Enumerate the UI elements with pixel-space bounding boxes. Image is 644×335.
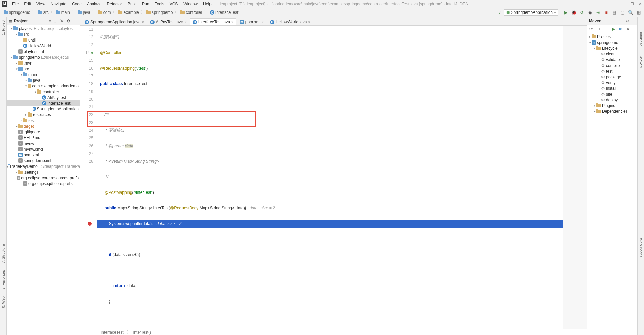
gutter-favorites[interactable]: 2: Favorites (1, 270, 5, 289)
menu-tools[interactable]: Tools (152, 1, 167, 7)
misc-button[interactable]: ▦ (636, 10, 641, 15)
editor-breadcrumb[interactable]: InterfaceTest〉interTest() (80, 329, 587, 335)
close-tab-icon[interactable]: × (185, 20, 187, 24)
project-tree[interactable]: ▾playtestE:\ideaproject\playtest▾srcunti… (7, 25, 80, 335)
editor-tab[interactable]: CInterfaceTest.java× (190, 18, 236, 25)
crumb[interactable]: java (77, 10, 91, 15)
crumb[interactable]: src (37, 10, 50, 15)
tree-row[interactable]: until (7, 37, 80, 43)
gutter-web[interactable]: 0: Web (1, 296, 5, 308)
tree-row[interactable]: ▾.settings (7, 169, 80, 175)
maven-tree-row[interactable]: ⚙deploy (587, 97, 637, 103)
breakpoint-icon[interactable] (88, 222, 92, 226)
gutter-webbeans[interactable]: Web Beans (639, 238, 643, 257)
crumb[interactable]: example (117, 10, 140, 15)
tree-row[interactable]: ▾java (7, 77, 80, 83)
tree-row[interactable]: ≡playtest.iml (7, 49, 80, 54)
coverage-button[interactable]: ⟳ (579, 10, 585, 15)
project-hide-icon[interactable]: — (73, 18, 78, 24)
stop-button[interactable]: ■ (604, 10, 609, 15)
crumb[interactable]: springdemo (3, 10, 31, 15)
tree-row[interactable]: ≡org.eclipse.jdt.core.prefs (7, 181, 80, 186)
close-button[interactable]: ✕ (639, 2, 642, 6)
minimap[interactable] (563, 26, 587, 329)
tree-row[interactable]: mpom.xml (7, 152, 80, 158)
close-tab-icon[interactable]: × (142, 20, 144, 24)
menu-edit[interactable]: Edit (21, 1, 34, 7)
maven-tree-row[interactable]: ⚙test (587, 68, 637, 74)
maven-tree-row[interactable]: ⚙package (587, 74, 637, 80)
maven-tree-row[interactable]: ⚙compile (587, 62, 637, 68)
maven-hide-icon[interactable]: — (630, 18, 635, 24)
maven-tree-row[interactable]: ▸Dependencies (587, 108, 637, 114)
menu-build[interactable]: Build (125, 1, 139, 7)
close-tab-icon[interactable]: × (231, 20, 233, 24)
menu-navigate[interactable]: Navigate (48, 1, 69, 7)
close-tab-icon[interactable]: × (308, 20, 310, 24)
tree-row[interactable]: CInterfaceTest (7, 100, 80, 106)
maven-tree[interactable]: ▸Profiles▾mspringdemo▾Lifecycle⚙clean⚙va… (587, 33, 637, 115)
maven-m-icon[interactable]: m (618, 26, 623, 32)
maven-add-icon[interactable]: + (603, 26, 609, 32)
tree-row[interactable]: ▸.mvn (7, 60, 80, 66)
maximize-button[interactable]: ☐ (630, 2, 634, 6)
build-button[interactable]: ↙ (497, 10, 503, 15)
menu-vcs[interactable]: VCS (167, 1, 181, 7)
crumb[interactable]: controller (179, 10, 203, 15)
tree-row[interactable]: ▾springdemoE:\ideaproject\s (7, 54, 80, 60)
run-config-dropdown[interactable]: ⬢SpringdemoApplication▾ (504, 9, 558, 16)
tree-row[interactable]: ▸target (7, 123, 80, 129)
tree-row[interactable]: ≡.gitignore (7, 129, 80, 135)
gutter-structure[interactable]: 7: Structure (1, 244, 5, 263)
tree-row[interactable]: ▸resources (7, 112, 80, 118)
search-button[interactable]: 🔍 (628, 10, 633, 15)
tree-row[interactable]: CSpringdemoApplication (7, 106, 80, 112)
tree-row[interactable]: ≡org.eclipse.core.resources.prefs (7, 175, 80, 181)
tree-row[interactable]: ▾com.example.springdemo (7, 83, 80, 89)
maven-tree-row[interactable]: ▾mspringdemo (587, 40, 637, 45)
tree-row[interactable]: ▾main (7, 72, 80, 77)
menu-help[interactable]: Help (200, 1, 214, 7)
menu-analyze[interactable]: Analyze (84, 1, 104, 7)
debug-button[interactable]: 🐞 (571, 10, 577, 15)
run-button[interactable]: ▶ (563, 10, 568, 15)
tree-row[interactable]: ▾controller (7, 89, 80, 95)
maven-tree-row[interactable]: ⚙install (587, 85, 637, 91)
menu-window[interactable]: Window (180, 1, 200, 7)
profile-button[interactable]: ◉ (587, 10, 593, 15)
menu-code[interactable]: Code (69, 1, 84, 7)
tree-row[interactable]: ▸test (7, 118, 80, 123)
tree-row[interactable]: ≡mvnw (7, 140, 80, 146)
maven-tree-row[interactable]: ▾Lifecycle (587, 45, 637, 51)
minimize-button[interactable]: — (621, 2, 625, 6)
update-button[interactable]: ▦ (612, 10, 617, 15)
attach-button[interactable]: ⇥ (595, 10, 601, 15)
close-tab-icon[interactable]: × (262, 20, 264, 24)
maven-tree-row[interactable]: ⚙verify (587, 80, 637, 85)
tree-row[interactable]: ▾src (7, 31, 80, 37)
menu-run[interactable]: Run (139, 1, 152, 7)
tree-row[interactable]: ▾TradePayDemoE:\ideaproject\TradePa (7, 163, 80, 169)
tree-row[interactable]: ≡HELP.md (7, 135, 80, 140)
maven-reload-icon[interactable]: ⟳ (588, 26, 594, 32)
gutter-database[interactable]: Database (639, 30, 643, 46)
editor-tab[interactable]: CSpringdemoApplication.java× (82, 18, 147, 25)
layout-button[interactable]: ▢ (620, 10, 625, 15)
menu-view[interactable]: View (34, 1, 48, 7)
project-settings-icon[interactable]: ⚙ (66, 18, 71, 24)
gutter-maven[interactable]: Maven (639, 56, 643, 68)
tree-row[interactable]: ≡springdemo.iml (7, 158, 80, 163)
maven-tree-row[interactable]: ⚙site (587, 91, 637, 97)
maven-tree-row[interactable]: ⚙validate (587, 57, 637, 62)
code-editor[interactable]: // 测试接口 @Controller @RequestMapping("/te… (97, 26, 563, 329)
project-collapse-icon[interactable]: ⇲ (59, 18, 64, 24)
menu-refactor[interactable]: Refactor (104, 1, 125, 7)
maven-run-icon[interactable]: ▶ (611, 26, 616, 32)
maven-more-icon[interactable]: » (625, 26, 631, 32)
tree-row[interactable]: CHellowWorld (7, 43, 80, 49)
crumb[interactable]: CInterfaceTest (209, 10, 240, 15)
project-scope-icon[interactable]: ⊕ (52, 18, 58, 24)
tree-row[interactable]: ▾src (7, 66, 80, 72)
editor-tab[interactable]: CHellowWorld.java× (267, 18, 313, 25)
maven-settings-icon[interactable]: ⚙ (624, 18, 630, 24)
